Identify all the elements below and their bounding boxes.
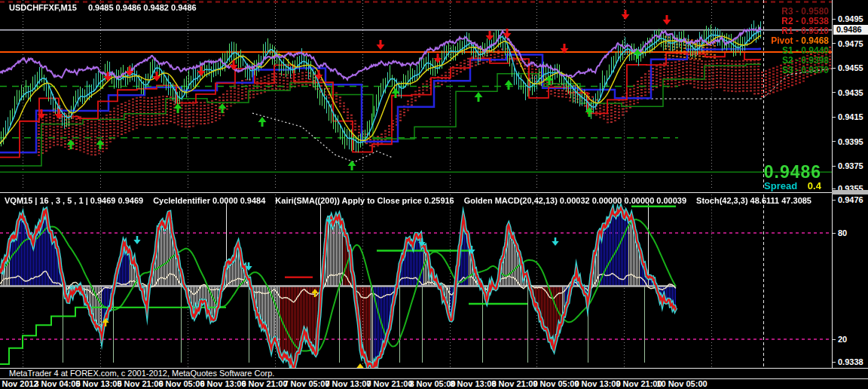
pivot-name: R3 - [781, 6, 801, 17]
pivot-name: S2 - [782, 55, 801, 66]
pivot-value: 0.9468 [801, 35, 829, 46]
time-axis-label: 6 Nov 13:00 [200, 379, 246, 388]
pivot-value: 0.9510 [801, 26, 829, 36]
price-tick: 0.9375 [833, 161, 863, 170]
panel-separator-line[interactable] [0, 192, 832, 193]
time-axis-label: 7 Nov 05:00 [283, 379, 329, 388]
pivot-label-pivot: Pivot - 0.9468 [771, 35, 829, 45]
indicator-header-segment-4: Stoch(42,3,3) 48.6111 47.3085 [696, 196, 811, 205]
pivot-value: 0.9440 [801, 45, 829, 56]
indicator-header-segment-3: Golden MACD(20,42,13) 0.00032 0.00000 0.… [464, 196, 686, 205]
chart-title: USDCHFFXF,M15 0.9485 0.9486 0.9482 0.948… [9, 3, 197, 12]
sub-axis-tick: 80 [833, 228, 847, 237]
time-axis-label: 3 Nov 04:00 [34, 379, 80, 388]
status-bar-text: MetaTrader 4 at FOREX.com, c 2001-2012, … [9, 369, 274, 378]
pivot-name: Pivot - [771, 35, 801, 46]
pivot-name: R1 - [781, 26, 801, 36]
price-tick: 0.9395 [833, 137, 863, 146]
panel-divider-grip[interactable] [832, 190, 868, 194]
indicator-header-segment-0: VQM15 | 16 , 3 , 5 , 1 | 0.9469 0.9469 [5, 196, 143, 205]
price-tick: 0.9455 [833, 63, 863, 72]
price-tick: 0.9415 [833, 112, 863, 121]
status-bar: MetaTrader 4 at FOREX.com, c 2001-2012, … [0, 368, 868, 379]
price-tick: 0.9495 [833, 14, 863, 23]
sub-axis-tick: 0.9476 [833, 195, 863, 204]
mt4-chart-window: USDCHFFXF,M15 0.9485 0.9486 0.9482 0.948… [0, 0, 868, 389]
price-tick: 0.9435 [833, 88, 863, 97]
big-quote-block: 0.9486 Spread 0.4 [755, 163, 830, 191]
pivot-value: 0.9370 [801, 65, 829, 75]
time-axis-label: 9 Nov 21:00 [616, 379, 662, 388]
pivot-label-s2: S2 - 0.9398 [782, 55, 829, 65]
symbol-period-label: USDCHFFXF,M15 [9, 3, 77, 12]
price-axis[interactable]: 0.94950.94750.94550.94350.94150.93950.93… [832, 0, 868, 368]
time-axis-label: 7 Nov 13:00 [325, 379, 371, 388]
time-axis[interactable]: 2 Nov 20123 Nov 04:005 Nov 13:005 Nov 21… [0, 379, 868, 389]
time-axis-label: 9 Nov 13:00 [574, 379, 620, 388]
time-axis-label: 5 Nov 13:00 [75, 379, 121, 388]
sub-axis-tick: 0.9338 [833, 357, 863, 366]
time-axis-label: 6 Nov 21:00 [241, 379, 287, 388]
sub-axis-tick: 20 [833, 335, 847, 344]
pivot-value: 0.9398 [801, 55, 829, 66]
time-axis-label: 6 Nov 05:00 [158, 379, 204, 388]
pivot-value: 0.9538 [801, 16, 829, 26]
time-axis-label: 2 Nov 2012 [0, 379, 38, 388]
spread-value: 0.4 [808, 180, 821, 191]
time-axis-label: 10 Nov 05:00 [656, 379, 707, 388]
ohlc-quotes-label: 0.9485 0.9486 0.9482 0.9486 [88, 3, 197, 12]
pivot-value: 0.9580 [801, 6, 829, 17]
time-axis-label: 9 Nov 05:00 [533, 379, 579, 388]
time-axis-label: 7 Nov 21:00 [366, 379, 412, 388]
price-tick: 0.9475 [833, 39, 863, 48]
pivot-label-s3: S3 - 0.9370 [782, 65, 829, 75]
pivot-name: S1 - [782, 45, 801, 56]
spread-label: Spread [764, 180, 797, 191]
pivot-label-r2: R2 - 0.9538 [781, 16, 829, 26]
oscillator-panel-canvas[interactable] [0, 194, 832, 368]
current-price-display: 0.9486 [755, 163, 830, 181]
time-axis-label: 8 Nov 05:00 [409, 379, 455, 388]
pivot-name: R2 - [781, 16, 801, 26]
time-axis-label: 5 Nov 21:00 [117, 379, 163, 388]
indicator-values-header: VQM15 | 16 , 3 , 5 , 1 | 0.9469 0.9469Cy… [5, 196, 821, 205]
pivot-name: S3 - [782, 65, 801, 75]
indicator-header-segment-1: CycleIdentifier 0.0000 0.9484 [153, 196, 265, 205]
indicator-header-segment-2: Kairi(SMA((200)) Apply to Close price 0.… [275, 196, 454, 205]
time-axis-label: 8 Nov 21:00 [491, 379, 537, 388]
main-price-chart-canvas[interactable] [0, 0, 832, 190]
pivot-label-r1: R1 - 0.9510 [781, 26, 829, 35]
current-price-axis-marker: 0.9486 [833, 25, 868, 35]
pivot-label-r3: R3 - 0.9580 [781, 6, 829, 16]
pivot-label-s1: S1 - 0.9440 [782, 45, 829, 55]
time-axis-label: 8 Nov 13:00 [450, 379, 496, 388]
